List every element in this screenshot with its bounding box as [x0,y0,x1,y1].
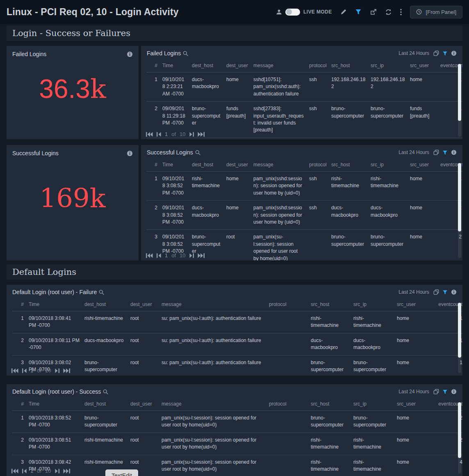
scrollbar-thumb[interactable] [458,64,461,121]
table-cell [266,355,308,376]
pager-prev-button[interactable] [157,253,161,258]
column-header-dest_user[interactable]: dest_user [224,60,251,73]
column-header-Time[interactable]: Time [26,398,82,411]
table-scrollbar[interactable] [458,64,461,137]
magnifier-icon[interactable] [99,290,104,295]
magnifier-icon[interactable] [103,389,108,394]
info-icon[interactable] [451,289,457,295]
column-header-src_user[interactable]: src_user [394,299,434,311]
scrollbar-thumb[interactable] [458,402,461,458]
column-header-src_host[interactable]: src_host [308,299,351,311]
column-header-protocol[interactable]: protocol [307,159,329,172]
pager-first-button[interactable] [146,132,153,137]
table-row[interactable]: 209/10/2018 3:08:11 PM -0700ducs-macbook… [12,333,462,355]
refresh-icon[interactable] [385,9,392,16]
pager-first-button[interactable] [11,469,18,474]
column-header-protocol[interactable]: protocol [266,299,308,311]
column-header-src_host[interactable]: src_host [329,60,368,73]
table-row[interactable]: 309/10/2018 3:08:42 PM -0700rishi-timema… [12,455,462,476]
copy-icon[interactable] [433,50,439,56]
table-scrollbar[interactable] [458,163,461,258]
table-row[interactable]: 309/10/2018 3:08:02 PM -0700bruno-superc… [12,355,462,376]
from-panel-button[interactable]: [From Panel] [410,6,462,18]
column-header-src_ip[interactable]: src_ip [351,299,394,311]
column-header-src_user[interactable]: src_user [394,398,434,411]
column-header-message[interactable]: message [251,159,307,172]
pager-first-button[interactable] [11,368,18,373]
column-header-Time[interactable]: Time [26,299,82,311]
filter-icon[interactable] [442,290,448,295]
copy-icon[interactable] [433,389,439,394]
info-icon[interactable] [127,51,133,57]
table-row[interactable]: 309/10/2018 3:02:41 PM -0700rishi-timema… [147,138,462,139]
pager-prev-button[interactable] [157,132,161,137]
column-header-dest_user[interactable]: dest_user [128,398,159,411]
pager-next-button[interactable] [189,132,194,137]
column-header-num[interactable]: # [147,60,160,73]
table-row[interactable]: 109/10/2018 3:08:52 PM -0700rishi-timema… [147,172,462,201]
column-header-num[interactable]: # [12,299,26,311]
pager-first-button[interactable] [146,253,153,258]
scrollbar-thumb[interactable] [458,303,461,358]
column-header-src_host[interactable]: src_host [308,398,351,411]
table-cell: root [128,355,159,376]
pager-last-button[interactable] [63,469,70,474]
info-icon[interactable] [451,50,457,56]
column-header-src_ip[interactable]: src_ip [351,398,394,411]
filter-icon[interactable] [442,51,448,56]
column-header-src_ip[interactable]: src_ip [368,60,408,73]
info-icon[interactable] [127,150,133,156]
pager-prev-button[interactable] [22,469,27,474]
info-icon[interactable] [451,389,457,394]
column-header-message[interactable]: message [159,299,266,311]
from-panel-label: [From Panel] [426,9,456,15]
column-header-message[interactable]: message [159,398,266,411]
column-header-num[interactable]: # [147,159,160,172]
table-scrollbar[interactable] [458,303,461,373]
copy-icon[interactable] [433,150,439,155]
column-header-Time[interactable]: Time [160,60,189,73]
column-header-src_host[interactable]: src_host [329,159,368,172]
live-mode-toggle[interactable] [285,9,300,16]
column-header-src_ip[interactable]: src_ip [368,159,408,172]
table-row[interactable]: 209/10/2018 3:08:52 PM -0700ducs-macbook… [147,201,462,230]
column-header-src_user[interactable]: src_user [408,159,438,172]
scrollbar-thumb[interactable] [458,163,461,231]
pager-prev-button[interactable] [22,368,27,373]
magnifier-icon[interactable] [183,51,188,56]
more-kebab-icon[interactable] [400,9,402,16]
column-header-dest_host[interactable]: dest_host [82,398,128,411]
info-icon[interactable] [451,150,457,155]
pager-last-button[interactable] [63,368,70,373]
user-icon[interactable] [276,9,282,15]
pager-last-button[interactable] [198,253,205,258]
filter-icon[interactable] [355,9,362,15]
table-row[interactable]: 109/10/2018 2:23:21 AM -0700ducs-macbook… [147,73,462,102]
column-header-dest_user[interactable]: dest_user [128,299,159,311]
table-scrollbar[interactable] [458,402,461,474]
pager-last-button[interactable] [198,132,205,137]
column-header-num[interactable]: # [12,398,26,411]
pager-next-button[interactable] [55,368,59,373]
column-header-dest_host[interactable]: dest_host [189,60,224,73]
pager-next-button[interactable] [189,253,194,258]
table-row[interactable]: 109/10/2018 3:08:41 PM -0700rishi-timema… [12,311,462,333]
table-row[interactable]: 109/10/2018 3:08:52 PM -0700bruno-superc… [12,411,462,433]
share-icon[interactable] [370,9,377,16]
pager-next-button[interactable] [55,469,59,474]
column-header-src_user[interactable]: src_user [408,60,438,73]
column-header-protocol[interactable]: protocol [307,60,329,73]
filter-icon[interactable] [442,150,448,155]
column-header-dest_user[interactable]: dest_user [224,159,251,172]
default-success-table: #Timedest_hostdest_usermessageprotocolsr… [12,398,462,476]
filter-icon[interactable] [442,389,448,394]
column-header-dest_host[interactable]: dest_host [189,159,224,172]
column-header-message[interactable]: message [251,60,307,73]
column-header-dest_host[interactable]: dest_host [82,299,128,311]
copy-icon[interactable] [433,289,439,295]
column-header-protocol[interactable]: protocol [266,398,308,411]
column-header-Time[interactable]: Time [160,159,189,172]
edit-pencil-icon[interactable] [340,9,347,15]
magnifier-icon[interactable] [195,150,200,155]
table-row[interactable]: 209/10/2018 3:08:51 PM -0700rishi-timema… [12,433,462,455]
